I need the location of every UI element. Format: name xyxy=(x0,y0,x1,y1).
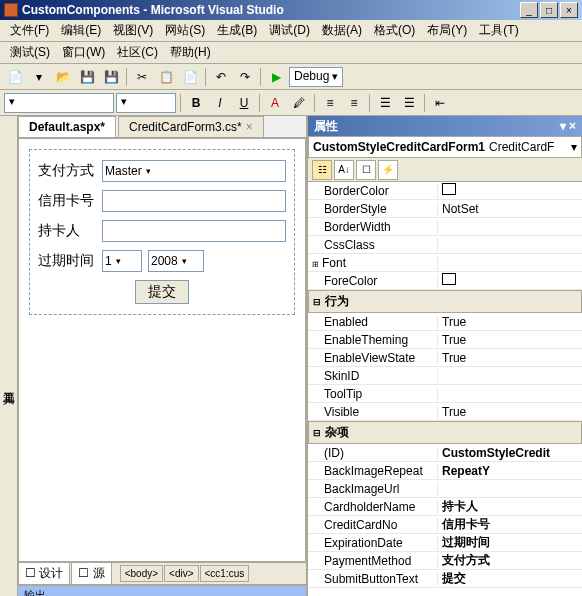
open-icon[interactable]: 📂 xyxy=(52,66,74,88)
source-view-tab[interactable]: ☐ 源 xyxy=(71,562,111,585)
expire-year-select[interactable]: 2008 xyxy=(148,250,204,272)
design-canvas[interactable]: 支付方式 Master 信用卡号 持卡人 过期时间 1 xyxy=(18,138,306,562)
align-center-icon[interactable]: ≡ xyxy=(343,92,365,114)
prop-paymentmethod[interactable]: PaymentMethod xyxy=(308,554,438,568)
prop-borderwidth[interactable]: BorderWidth xyxy=(308,220,438,234)
prop-enabletheming[interactable]: EnableTheming xyxy=(308,333,438,347)
close-button[interactable]: × xyxy=(560,2,578,18)
prop-borderstyle[interactable]: BorderStyle xyxy=(308,202,438,216)
close-panel-icon[interactable]: × xyxy=(569,119,576,133)
property-grid[interactable]: BorderColor BorderStyleNotSet BorderWidt… xyxy=(308,182,582,596)
save-icon[interactable]: 💾 xyxy=(76,66,98,88)
new-project-icon[interactable]: 📄 xyxy=(4,66,26,88)
prop-bordercolor[interactable]: BorderColor xyxy=(308,184,438,198)
categorized-icon[interactable]: ☷ xyxy=(312,160,332,180)
menu-view[interactable]: 视图(V) xyxy=(107,20,159,41)
menu-website[interactable]: 网站(S) xyxy=(159,20,211,41)
tab-default-aspx[interactable]: Default.aspx* xyxy=(18,116,116,137)
list-bullet-icon[interactable]: ☰ xyxy=(374,92,396,114)
outdent-icon[interactable]: ⇤ xyxy=(429,92,451,114)
prop-enableviewstate[interactable]: EnableViewState xyxy=(308,351,438,365)
properties-panel: 属性 ▾ × CustomStyleCreditCardForm1 Credit… xyxy=(306,116,582,596)
forecolor-icon[interactable]: A xyxy=(264,92,286,114)
prop-id[interactable]: (ID) xyxy=(308,446,438,460)
expire-label: 过期时间 xyxy=(38,252,102,270)
prop-font[interactable]: Font xyxy=(308,256,438,270)
dropdown-icon[interactable]: ▾ xyxy=(571,140,577,154)
bold-icon[interactable]: B xyxy=(185,92,207,114)
menu-bar: 文件(F) 编辑(E) 视图(V) 网站(S) 生成(B) 调试(D) 数据(A… xyxy=(0,20,582,42)
menu-help[interactable]: 帮助(H) xyxy=(164,42,217,63)
menu-edit[interactable]: 编辑(E) xyxy=(55,20,107,41)
start-icon[interactable]: ▶ xyxy=(265,66,287,88)
menu-layout[interactable]: 布局(Y) xyxy=(421,20,473,41)
alphabetical-icon[interactable]: A↓ xyxy=(334,160,354,180)
paste-icon[interactable]: 📄 xyxy=(179,66,201,88)
payment-method-label: 支付方式 xyxy=(38,162,102,180)
prop-expirationdate[interactable]: ExpirationDate xyxy=(308,536,438,550)
breadcrumb-body[interactable]: <body> xyxy=(120,565,163,582)
prop-skinid[interactable]: SkinID xyxy=(308,369,438,383)
breadcrumb-cc1[interactable]: <cc1:cus xyxy=(200,565,250,582)
prop-backimagerepeat[interactable]: BackImageRepeat xyxy=(308,464,438,478)
undo-icon[interactable]: ↶ xyxy=(210,66,232,88)
config-dropdown[interactable]: Debug ▾ xyxy=(289,67,343,87)
config-value: Debug xyxy=(294,69,329,83)
menu-file[interactable]: 文件(F) xyxy=(4,20,55,41)
prop-creditcardno[interactable]: CreditCardNo xyxy=(308,518,438,532)
backcolor-icon[interactable]: 🖉 xyxy=(288,92,310,114)
minimize-button[interactable]: _ xyxy=(520,2,538,18)
breadcrumb-div[interactable]: <div> xyxy=(164,565,198,582)
menu-tools[interactable]: 工具(T) xyxy=(473,20,524,41)
pin-icon[interactable]: ▾ xyxy=(560,119,566,133)
credit-card-form-control[interactable]: 支付方式 Master 信用卡号 持卡人 过期时间 1 xyxy=(29,149,295,315)
cardno-input[interactable] xyxy=(102,190,286,212)
color-swatch[interactable] xyxy=(442,273,456,285)
tab-creditcardform3[interactable]: CreditCardForm3.cs*× xyxy=(118,116,264,137)
payment-method-select[interactable]: Master xyxy=(102,160,286,182)
underline-icon[interactable]: U xyxy=(233,92,255,114)
cut-icon[interactable]: ✂ xyxy=(131,66,153,88)
window-title: CustomComponents - Microsoft Visual Stud… xyxy=(22,3,518,17)
toolbox-sidetab[interactable]: 工具箱 xyxy=(0,116,18,596)
app-icon xyxy=(4,3,18,17)
holder-label: 持卡人 xyxy=(38,222,102,240)
color-swatch[interactable] xyxy=(442,183,456,195)
menu-debug[interactable]: 调试(D) xyxy=(263,20,316,41)
properties-icon[interactable]: ☐ xyxy=(356,160,376,180)
font-size-dropdown[interactable]: ▾ xyxy=(116,93,176,113)
prop-cardholdername[interactable]: CardholderName xyxy=(308,500,438,514)
list-number-icon[interactable]: ☰ xyxy=(398,92,420,114)
prop-visible[interactable]: Visible xyxy=(308,405,438,419)
menu-window[interactable]: 窗口(W) xyxy=(56,42,111,63)
design-view-tab[interactable]: ☐ 设计 xyxy=(18,562,70,585)
prop-cssclass[interactable]: CssClass xyxy=(308,238,438,252)
category-behavior[interactable]: 行为 xyxy=(308,290,582,313)
prop-submitbuttontext[interactable]: SubmitButtonText xyxy=(308,572,438,586)
italic-icon[interactable]: I xyxy=(209,92,231,114)
redo-icon[interactable]: ↷ xyxy=(234,66,256,88)
close-tab-icon[interactable]: × xyxy=(246,120,253,134)
menu-community[interactable]: 社区(C) xyxy=(111,42,164,63)
font-family-dropdown[interactable]: ▾ xyxy=(4,93,114,113)
menu-data[interactable]: 数据(A) xyxy=(316,20,368,41)
holder-input[interactable] xyxy=(102,220,286,242)
prop-enabled[interactable]: Enabled xyxy=(308,315,438,329)
category-misc[interactable]: 杂项 xyxy=(308,421,582,444)
prop-backimageurl[interactable]: BackImageUrl xyxy=(308,482,438,496)
add-item-icon[interactable]: ▾ xyxy=(28,66,50,88)
submit-button[interactable]: 提交 xyxy=(135,280,189,304)
maximize-button[interactable]: □ xyxy=(540,2,558,18)
prop-forecolor[interactable]: ForeColor xyxy=(308,274,438,288)
menu-build[interactable]: 生成(B) xyxy=(211,20,263,41)
copy-icon[interactable]: 📋 xyxy=(155,66,177,88)
menu-bar-2: 测试(S) 窗口(W) 社区(C) 帮助(H) xyxy=(0,42,582,64)
menu-format[interactable]: 格式(O) xyxy=(368,20,421,41)
prop-tooltip[interactable]: ToolTip xyxy=(308,387,438,401)
save-all-icon[interactable]: 💾 xyxy=(100,66,122,88)
menu-test[interactable]: 测试(S) xyxy=(4,42,56,63)
events-icon[interactable]: ⚡ xyxy=(378,160,398,180)
object-selector[interactable]: CustomStyleCreditCardForm1 CreditCardF ▾ xyxy=(308,136,582,158)
align-left-icon[interactable]: ≡ xyxy=(319,92,341,114)
expire-month-select[interactable]: 1 xyxy=(102,250,142,272)
